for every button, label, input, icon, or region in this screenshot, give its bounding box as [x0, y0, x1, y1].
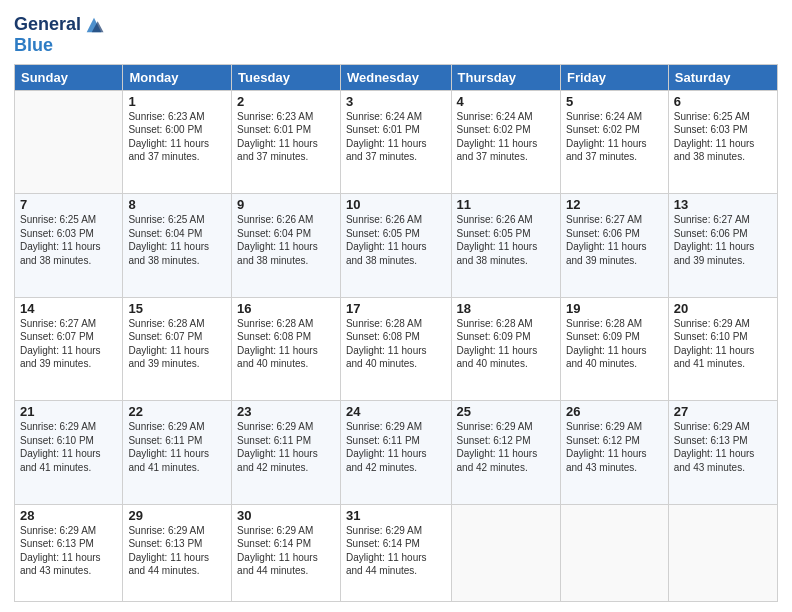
col-header-thursday: Thursday	[451, 64, 560, 90]
calendar-cell: 31Sunrise: 6:29 AM Sunset: 6:14 PM Dayli…	[340, 504, 451, 601]
calendar-cell: 22Sunrise: 6:29 AM Sunset: 6:11 PM Dayli…	[123, 401, 232, 505]
col-header-monday: Monday	[123, 64, 232, 90]
day-info: Sunrise: 6:26 AM Sunset: 6:04 PM Dayligh…	[237, 213, 335, 267]
calendar-cell: 16Sunrise: 6:28 AM Sunset: 6:08 PM Dayli…	[232, 297, 341, 401]
calendar-cell: 17Sunrise: 6:28 AM Sunset: 6:08 PM Dayli…	[340, 297, 451, 401]
calendar-cell: 25Sunrise: 6:29 AM Sunset: 6:12 PM Dayli…	[451, 401, 560, 505]
day-number: 10	[346, 197, 446, 212]
day-number: 21	[20, 404, 117, 419]
calendar-cell: 24Sunrise: 6:29 AM Sunset: 6:11 PM Dayli…	[340, 401, 451, 505]
day-info: Sunrise: 6:29 AM Sunset: 6:11 PM Dayligh…	[237, 420, 335, 474]
day-info: Sunrise: 6:29 AM Sunset: 6:12 PM Dayligh…	[457, 420, 555, 474]
logo-text-general: General	[14, 15, 81, 35]
logo-icon	[83, 14, 105, 36]
calendar-cell: 15Sunrise: 6:28 AM Sunset: 6:07 PM Dayli…	[123, 297, 232, 401]
day-info: Sunrise: 6:29 AM Sunset: 6:13 PM Dayligh…	[674, 420, 772, 474]
calendar-cell: 11Sunrise: 6:26 AM Sunset: 6:05 PM Dayli…	[451, 194, 560, 298]
week-row-3: 14Sunrise: 6:27 AM Sunset: 6:07 PM Dayli…	[15, 297, 778, 401]
day-number: 2	[237, 94, 335, 109]
day-number: 31	[346, 508, 446, 523]
day-info: Sunrise: 6:25 AM Sunset: 6:03 PM Dayligh…	[20, 213, 117, 267]
calendar-cell: 9Sunrise: 6:26 AM Sunset: 6:04 PM Daylig…	[232, 194, 341, 298]
calendar-cell: 23Sunrise: 6:29 AM Sunset: 6:11 PM Dayli…	[232, 401, 341, 505]
calendar-cell: 28Sunrise: 6:29 AM Sunset: 6:13 PM Dayli…	[15, 504, 123, 601]
day-number: 27	[674, 404, 772, 419]
day-info: Sunrise: 6:27 AM Sunset: 6:06 PM Dayligh…	[674, 213, 772, 267]
day-info: Sunrise: 6:25 AM Sunset: 6:03 PM Dayligh…	[674, 110, 772, 164]
calendar-cell: 30Sunrise: 6:29 AM Sunset: 6:14 PM Dayli…	[232, 504, 341, 601]
day-number: 18	[457, 301, 555, 316]
week-row-4: 21Sunrise: 6:29 AM Sunset: 6:10 PM Dayli…	[15, 401, 778, 505]
week-row-1: 1Sunrise: 6:23 AM Sunset: 6:00 PM Daylig…	[15, 90, 778, 194]
day-number: 28	[20, 508, 117, 523]
day-info: Sunrise: 6:27 AM Sunset: 6:07 PM Dayligh…	[20, 317, 117, 371]
calendar-cell: 20Sunrise: 6:29 AM Sunset: 6:10 PM Dayli…	[668, 297, 777, 401]
day-number: 29	[128, 508, 226, 523]
day-number: 22	[128, 404, 226, 419]
day-number: 1	[128, 94, 226, 109]
day-number: 11	[457, 197, 555, 212]
day-info: Sunrise: 6:24 AM Sunset: 6:02 PM Dayligh…	[566, 110, 663, 164]
day-info: Sunrise: 6:24 AM Sunset: 6:02 PM Dayligh…	[457, 110, 555, 164]
day-number: 14	[20, 301, 117, 316]
calendar-cell: 1Sunrise: 6:23 AM Sunset: 6:00 PM Daylig…	[123, 90, 232, 194]
day-number: 6	[674, 94, 772, 109]
calendar-cell	[668, 504, 777, 601]
calendar-cell: 21Sunrise: 6:29 AM Sunset: 6:10 PM Dayli…	[15, 401, 123, 505]
calendar-cell: 4Sunrise: 6:24 AM Sunset: 6:02 PM Daylig…	[451, 90, 560, 194]
calendar-cell	[15, 90, 123, 194]
calendar-header-row: SundayMondayTuesdayWednesdayThursdayFrid…	[15, 64, 778, 90]
day-number: 19	[566, 301, 663, 316]
day-info: Sunrise: 6:29 AM Sunset: 6:10 PM Dayligh…	[674, 317, 772, 371]
calendar-cell	[451, 504, 560, 601]
day-number: 15	[128, 301, 226, 316]
day-info: Sunrise: 6:24 AM Sunset: 6:01 PM Dayligh…	[346, 110, 446, 164]
calendar-cell: 19Sunrise: 6:28 AM Sunset: 6:09 PM Dayli…	[560, 297, 668, 401]
day-number: 25	[457, 404, 555, 419]
calendar-cell: 10Sunrise: 6:26 AM Sunset: 6:05 PM Dayli…	[340, 194, 451, 298]
day-info: Sunrise: 6:25 AM Sunset: 6:04 PM Dayligh…	[128, 213, 226, 267]
col-header-tuesday: Tuesday	[232, 64, 341, 90]
calendar-cell: 5Sunrise: 6:24 AM Sunset: 6:02 PM Daylig…	[560, 90, 668, 194]
calendar-cell: 3Sunrise: 6:24 AM Sunset: 6:01 PM Daylig…	[340, 90, 451, 194]
col-header-sunday: Sunday	[15, 64, 123, 90]
calendar-cell: 2Sunrise: 6:23 AM Sunset: 6:01 PM Daylig…	[232, 90, 341, 194]
day-number: 8	[128, 197, 226, 212]
page: General Blue SundayMondayTuesdayWednesda…	[0, 0, 792, 612]
day-info: Sunrise: 6:29 AM Sunset: 6:13 PM Dayligh…	[128, 524, 226, 578]
day-info: Sunrise: 6:23 AM Sunset: 6:01 PM Dayligh…	[237, 110, 335, 164]
day-info: Sunrise: 6:28 AM Sunset: 6:09 PM Dayligh…	[566, 317, 663, 371]
day-info: Sunrise: 6:29 AM Sunset: 6:11 PM Dayligh…	[128, 420, 226, 474]
day-info: Sunrise: 6:29 AM Sunset: 6:12 PM Dayligh…	[566, 420, 663, 474]
day-info: Sunrise: 6:23 AM Sunset: 6:00 PM Dayligh…	[128, 110, 226, 164]
col-header-saturday: Saturday	[668, 64, 777, 90]
day-number: 24	[346, 404, 446, 419]
day-info: Sunrise: 6:29 AM Sunset: 6:11 PM Dayligh…	[346, 420, 446, 474]
day-number: 9	[237, 197, 335, 212]
week-row-5: 28Sunrise: 6:29 AM Sunset: 6:13 PM Dayli…	[15, 504, 778, 601]
calendar-cell: 12Sunrise: 6:27 AM Sunset: 6:06 PM Dayli…	[560, 194, 668, 298]
day-info: Sunrise: 6:29 AM Sunset: 6:14 PM Dayligh…	[346, 524, 446, 578]
calendar-cell	[560, 504, 668, 601]
calendar-cell: 26Sunrise: 6:29 AM Sunset: 6:12 PM Dayli…	[560, 401, 668, 505]
day-info: Sunrise: 6:26 AM Sunset: 6:05 PM Dayligh…	[346, 213, 446, 267]
calendar-cell: 18Sunrise: 6:28 AM Sunset: 6:09 PM Dayli…	[451, 297, 560, 401]
header: General Blue	[14, 10, 778, 56]
day-number: 5	[566, 94, 663, 109]
day-number: 23	[237, 404, 335, 419]
day-info: Sunrise: 6:29 AM Sunset: 6:10 PM Dayligh…	[20, 420, 117, 474]
calendar-table: SundayMondayTuesdayWednesdayThursdayFrid…	[14, 64, 778, 602]
day-info: Sunrise: 6:26 AM Sunset: 6:05 PM Dayligh…	[457, 213, 555, 267]
day-number: 30	[237, 508, 335, 523]
day-info: Sunrise: 6:28 AM Sunset: 6:08 PM Dayligh…	[346, 317, 446, 371]
calendar-cell: 29Sunrise: 6:29 AM Sunset: 6:13 PM Dayli…	[123, 504, 232, 601]
day-info: Sunrise: 6:28 AM Sunset: 6:07 PM Dayligh…	[128, 317, 226, 371]
logo: General Blue	[14, 14, 105, 56]
day-number: 12	[566, 197, 663, 212]
calendar-cell: 8Sunrise: 6:25 AM Sunset: 6:04 PM Daylig…	[123, 194, 232, 298]
day-number: 16	[237, 301, 335, 316]
day-info: Sunrise: 6:29 AM Sunset: 6:13 PM Dayligh…	[20, 524, 117, 578]
week-row-2: 7Sunrise: 6:25 AM Sunset: 6:03 PM Daylig…	[15, 194, 778, 298]
day-info: Sunrise: 6:27 AM Sunset: 6:06 PM Dayligh…	[566, 213, 663, 267]
day-number: 4	[457, 94, 555, 109]
